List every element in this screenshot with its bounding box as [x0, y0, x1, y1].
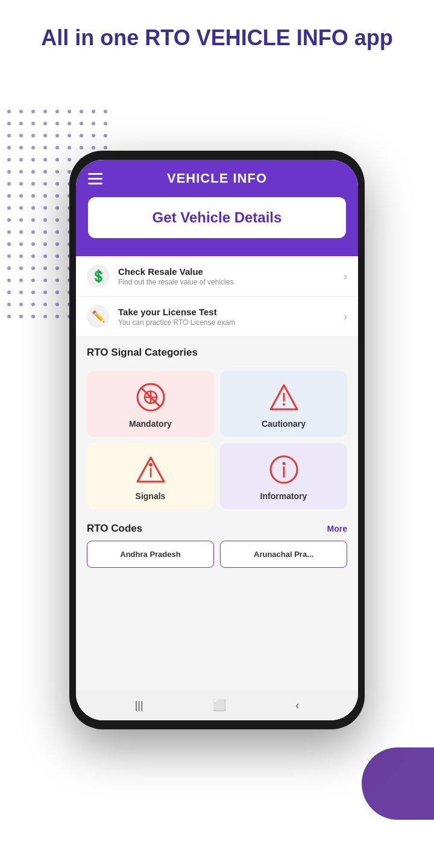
menu-item-license-subtitle: You can practice RTO License exam: [118, 318, 344, 327]
app-header: VEHICLE INFO Get Vehicle Details: [76, 160, 358, 256]
app-content: 💲 Check Resale Value Find out the resale…: [76, 256, 358, 720]
svg-point-12: [282, 462, 285, 465]
menu-item-license-text: Take your License Test You can practice …: [118, 307, 344, 327]
phone-nav-bar: ||| ⬜ ‹: [76, 690, 358, 720]
phone-screen: VEHICLE INFO Get Vehicle Details 💲 Check…: [76, 160, 358, 720]
home-nav-icon[interactable]: ⬜: [213, 699, 226, 712]
codes-section: RTO Codes More Andhra Pradesh Arunachal …: [76, 517, 358, 574]
svg-point-7: [283, 403, 285, 406]
menu-item-license-title: Take your License Test: [118, 307, 344, 317]
purple-blob-decoration: [362, 747, 434, 820]
mandatory-icon: [135, 382, 166, 413]
mandatory-label: Mandatory: [129, 419, 172, 429]
codes-header: RTO Codes More: [87, 523, 347, 535]
dollar-icon: 💲: [87, 265, 110, 288]
menu-item-resale-title: Check Resale Value: [118, 266, 344, 277]
header-top-bar: VEHICLE INFO: [88, 171, 346, 186]
cautionary-label: Cautionary: [262, 419, 306, 429]
menu-item-resale-text: Check Resale Value Find out the resale v…: [118, 266, 344, 286]
signal-grid: Mandatory Cautionary: [76, 371, 358, 517]
menu-item-resale[interactable]: 💲 Check Resale Value Find out the resale…: [76, 256, 358, 297]
hamburger-line-2: [88, 178, 102, 180]
code-button-ap[interactable]: Andhra Pradesh: [87, 541, 214, 568]
page-headline: All in one RTO VEHICLE INFO app: [0, 24, 434, 52]
recents-nav-icon[interactable]: ‹: [295, 699, 299, 712]
svg-point-9: [149, 463, 153, 467]
phone-mockup: VEHICLE INFO Get Vehicle Details 💲 Check…: [69, 151, 365, 729]
hamburger-menu-button[interactable]: [88, 173, 102, 184]
signals-icon: [135, 454, 166, 485]
menu-section: 💲 Check Resale Value Find out the resale…: [76, 256, 358, 337]
signal-section-header: RTO Signal Categories: [76, 337, 358, 371]
signal-section-title: RTO Signal Categories: [87, 347, 347, 359]
get-vehicle-button[interactable]: Get Vehicle Details: [88, 197, 346, 238]
menu-item-license[interactable]: ✏️ Take your License Test You can practi…: [76, 297, 358, 337]
signal-card-informatory[interactable]: Informatory: [220, 443, 347, 509]
informatory-icon: [268, 454, 300, 485]
app-title: VEHICLE INFO: [167, 171, 267, 186]
cautionary-icon: [268, 382, 300, 413]
pencil-icon: ✏️: [87, 305, 110, 328]
code-button-ar[interactable]: Arunachal Pra...: [220, 541, 347, 568]
menu-item-resale-subtitle: Find out the resale value of vehicles.: [118, 278, 344, 286]
chevron-right-icon-2: ›: [344, 310, 347, 323]
signal-card-signals[interactable]: Signals: [87, 443, 214, 509]
chevron-right-icon: ›: [344, 270, 347, 283]
signal-card-mandatory[interactable]: Mandatory: [87, 371, 214, 437]
back-nav-icon[interactable]: |||: [135, 699, 143, 712]
signals-label: Signals: [136, 491, 166, 501]
codes-more-link[interactable]: More: [327, 524, 347, 533]
hamburger-line-1: [88, 173, 102, 175]
hamburger-line-3: [88, 183, 102, 184]
codes-grid: Andhra Pradesh Arunachal Pra...: [87, 541, 347, 568]
informatory-label: Informatory: [260, 491, 307, 501]
codes-section-title: RTO Codes: [87, 523, 142, 535]
signal-card-cautionary[interactable]: Cautionary: [220, 371, 347, 437]
